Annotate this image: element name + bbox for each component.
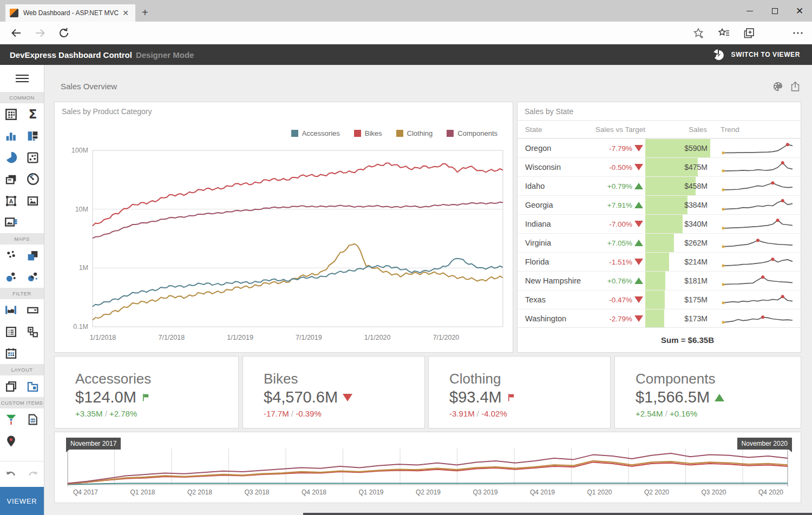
list-box-tool-icon[interactable]	[0, 321, 22, 342]
state-table-title: Sales by State	[525, 107, 573, 116]
browser-menu-icon[interactable]	[791, 27, 804, 39]
triangle-up-icon	[634, 202, 643, 208]
triangle-down-icon	[343, 394, 352, 401]
range-end-flag[interactable]: November 2020	[737, 438, 792, 450]
kpi-card-components[interactable]: Components$1,566.5M+2.54M / +0.16%	[614, 356, 801, 428]
back-button[interactable]	[10, 27, 23, 39]
undo-button[interactable]	[4, 468, 17, 481]
toolbox-menu-button[interactable]	[0, 65, 44, 92]
red-flag-icon	[507, 392, 516, 402]
legend-item-bikes: Bikes	[354, 129, 382, 137]
trend-sparkline	[720, 292, 796, 308]
bound-image-tool-icon[interactable]	[0, 212, 22, 233]
range-filter-panel[interactable]: November 2017 November 2020 Q4 2017Q1 20…	[54, 432, 801, 503]
browser-toolbar: https://demos.devexpress.com/Dashboard	[0, 22, 812, 44]
export-icon[interactable]	[789, 81, 801, 93]
funnel-tool-icon[interactable]	[0, 408, 22, 430]
app-mode-label: Designer Mode	[136, 50, 194, 60]
trend-sparkline	[720, 254, 796, 270]
legend-item-accessories: Accessories	[291, 129, 340, 137]
favorites-bar-icon[interactable]	[718, 27, 731, 39]
kpi-card-accessories[interactable]: Accessories$124.0M+3.35M / +2.78%	[54, 356, 239, 428]
card-tool-icon[interactable]	[0, 168, 22, 190]
triangle-up-icon	[634, 183, 643, 189]
range-filter-chart[interactable]: Q4 2017Q1 2018Q2 2018Q3 2018Q4 2018Q1 20…	[55, 432, 801, 503]
trend-sparkline	[720, 159, 796, 175]
chart-tool-icon[interactable]	[0, 125, 22, 147]
trend-sparkline	[720, 178, 796, 194]
trend-sparkline	[720, 140, 796, 156]
text-box-tool-icon[interactable]: A	[0, 190, 22, 212]
switch-to-viewer-button[interactable]: SWITCH TO VIEWER	[711, 44, 800, 65]
state-cell: Wisconsin	[518, 163, 598, 171]
sales-cell: $175M	[684, 295, 708, 304]
svg-text:1/1/2019: 1/1/2019	[227, 334, 253, 341]
geo-point-map-tool-icon[interactable]	[0, 245, 22, 266]
state-table-panel[interactable]: Sales by State State Sales vs Target Sal…	[517, 102, 801, 353]
group-tool-icon[interactable]	[0, 375, 22, 397]
window-maximize-button[interactable]	[762, 0, 787, 22]
window-minimize-button[interactable]	[737, 0, 762, 22]
table-row-new-hampshire[interactable]: New Hampshire+0.76%$181M	[518, 271, 801, 290]
sales-cell: $262M	[684, 239, 708, 247]
state-cell: Virginia	[518, 239, 598, 247]
trend-sparkline	[720, 311, 796, 327]
tree-view-tool-icon[interactable]	[22, 321, 44, 342]
color-scheme-icon[interactable]	[772, 81, 784, 93]
range-start-flag[interactable]: November 2017	[66, 438, 121, 450]
kpi-title: Components	[636, 371, 801, 387]
table-row-florida[interactable]: Florida-1.51%$214M	[518, 252, 801, 271]
category-chart-panel[interactable]: Sales by Product Category AccessoriesBik…	[54, 102, 513, 353]
tab-close-icon[interactable]: ✕	[120, 9, 131, 17]
table-row-georgia[interactable]: Georgia+7.91%$384M	[518, 195, 801, 214]
sales-cell: $214M	[684, 258, 708, 266]
refresh-button[interactable]	[57, 27, 70, 39]
date-filter-tool-icon[interactable]	[0, 342, 22, 364]
scatter-chart-tool-icon[interactable]	[22, 147, 44, 168]
kpi-delta: +3.35M / +2.78%	[75, 409, 238, 418]
table-row-indiana[interactable]: Indiana-7.00%$340M	[518, 214, 801, 233]
kpi-delta: +2.54M / +0.16%	[636, 409, 801, 418]
bubble-map-tool-icon[interactable]	[0, 266, 22, 288]
combobox-tool-icon[interactable]	[22, 299, 44, 321]
table-row-washington[interactable]: Washington-2.79%$173M	[518, 309, 801, 328]
forward-button[interactable]	[34, 27, 47, 39]
pie-tool-icon[interactable]	[0, 147, 22, 168]
treemap-tool-icon[interactable]	[22, 125, 44, 147]
new-tab-button[interactable]: +	[142, 6, 148, 18]
image-tool-icon[interactable]	[22, 190, 44, 212]
web-page-tool-icon[interactable]	[22, 408, 44, 430]
grid-tool-icon[interactable]	[0, 103, 22, 125]
table-row-virginia[interactable]: Virginia+7.05%$262M	[518, 233, 801, 252]
trend-sparkline	[720, 235, 796, 251]
kpi-card-bikes[interactable]: Bikes$4,570.6M-17.7M / -0.39%	[243, 356, 425, 428]
pivot-tool-icon[interactable]: Σ	[22, 103, 44, 125]
col-sales-vs-target: Sales vs Target	[595, 126, 645, 134]
kpi-card-clothing[interactable]: Clothing$93.4M-3.91M / -4.02%	[428, 356, 611, 428]
table-row-oregon[interactable]: Oregon-7.79%$590M	[518, 138, 801, 157]
table-row-wisconsin[interactable]: Wisconsin-0.50%$475M	[518, 157, 801, 176]
category-chart-title: Sales by Product Category	[62, 107, 152, 116]
add-favorite-icon[interactable]	[692, 27, 705, 39]
svg-text:A: A	[9, 198, 13, 204]
choropleth-map-tool-icon[interactable]	[22, 245, 44, 266]
sales-cell: $181M	[684, 276, 708, 285]
tab-container-tool-icon[interactable]	[22, 375, 44, 397]
table-row-texas[interactable]: Texas-0.47%$175M	[518, 290, 801, 309]
redo-button[interactable]	[27, 468, 40, 481]
table-row-idaho[interactable]: Idaho+0.79%$458M	[518, 176, 801, 195]
range-filter-tool-icon[interactable]	[0, 299, 22, 321]
geo-point-tool-icon[interactable]	[0, 430, 22, 452]
gauge-tool-icon[interactable]	[22, 168, 44, 190]
legend-item-clothing: Clothing	[396, 129, 433, 137]
svg-text:Σ: Σ	[29, 108, 37, 121]
pie-map-tool-icon[interactable]	[22, 266, 44, 288]
sales-data-bar	[645, 272, 665, 290]
triangle-down-icon	[634, 221, 643, 227]
viewer-button[interactable]: VIEWER	[0, 487, 44, 515]
kpi-delta: -17.7M / -0.39%	[264, 409, 424, 418]
switch-to-viewer-label: SWITCH TO VIEWER	[731, 51, 800, 58]
window-close-button[interactable]: ✕	[787, 0, 812, 22]
browser-tab[interactable]: Web Dashboard - ASP.NET MVC ✕	[5, 4, 135, 22]
collections-icon[interactable]	[743, 27, 756, 39]
